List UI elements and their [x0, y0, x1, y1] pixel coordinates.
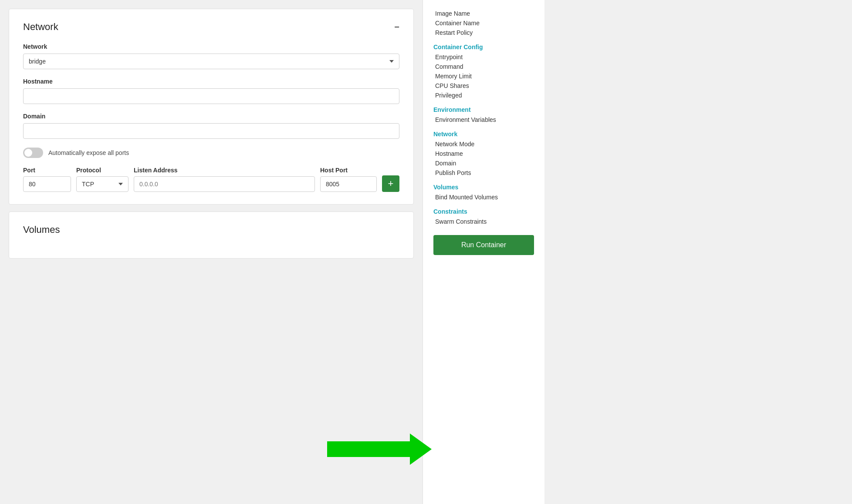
sidebar-item-publish-ports[interactable]: Publish Ports	[433, 168, 534, 178]
hostname-input[interactable]	[23, 88, 399, 104]
sidebar-section-container-config: Container Config	[433, 44, 534, 50]
port-input[interactable]	[23, 176, 71, 192]
expose-ports-label: Automatically expose all ports	[48, 149, 129, 156]
protocol-column: Protocol TCP UDP	[76, 167, 128, 192]
sidebar-section-environment: Environment	[433, 106, 534, 113]
main-content: Network − Network bridge host none Hostn…	[0, 0, 423, 504]
sidebar-section-volumes: Volumes	[433, 184, 534, 191]
sidebar-item-restart-policy[interactable]: Restart Policy	[433, 28, 534, 37]
sidebar-item-bind-mounted-volumes[interactable]: Bind Mounted Volumes	[433, 192, 534, 202]
host-port-label: Host Port	[320, 167, 377, 174]
sidebar-item-entrypoint[interactable]: Entrypoint	[433, 52, 534, 62]
domain-group: Domain	[23, 113, 399, 139]
volumes-section-card: Volumes	[9, 212, 414, 259]
network-collapse-button[interactable]: −	[394, 23, 399, 31]
sidebar: Image Name Container Name Restart Policy…	[423, 0, 544, 504]
sidebar-item-domain[interactable]: Domain	[433, 158, 534, 168]
listen-address-column: Listen Address	[134, 167, 315, 192]
protocol-select[interactable]: TCP UDP	[76, 176, 128, 192]
network-section-card: Network − Network bridge host none Hostn…	[9, 9, 414, 205]
listen-address-label: Listen Address	[134, 167, 315, 174]
sidebar-section-constraints: Constraints	[433, 208, 534, 215]
sidebar-item-hostname[interactable]: Hostname	[433, 149, 534, 158]
port-column: Port	[23, 167, 71, 192]
sidebar-section-network: Network	[433, 131, 534, 138]
run-container-button[interactable]: Run Container	[433, 235, 534, 255]
expose-ports-toggle-row: Automatically expose all ports	[23, 148, 399, 158]
port-row: Port Protocol TCP UDP Listen Address Hos…	[23, 167, 399, 192]
add-port-button[interactable]: +	[382, 175, 399, 192]
network-mode-label: Network	[23, 43, 399, 50]
toggle-slider	[23, 148, 43, 158]
page-wrapper: Network − Network bridge host none Hostn…	[0, 0, 852, 504]
sidebar-item-command[interactable]: Command	[433, 62, 534, 71]
sidebar-item-image-name[interactable]: Image Name	[433, 9, 534, 18]
network-section-title: Network	[23, 21, 58, 33]
port-label: Port	[23, 167, 71, 174]
sidebar-item-privileged[interactable]: Privileged	[433, 91, 534, 100]
sidebar-item-swarm-constraints[interactable]: Swarm Constraints	[433, 217, 534, 226]
sidebar-item-container-name[interactable]: Container Name	[433, 18, 534, 28]
hostname-label: Hostname	[23, 78, 399, 85]
expose-ports-toggle[interactable]	[23, 148, 43, 158]
domain-label: Domain	[23, 113, 399, 120]
volumes-section-title: Volumes	[23, 224, 60, 235]
host-port-input[interactable]	[320, 176, 377, 192]
listen-address-input[interactable]	[134, 176, 315, 192]
network-mode-group: Network bridge host none	[23, 43, 399, 69]
network-mode-select[interactable]: bridge host none	[23, 54, 399, 69]
volumes-section-header: Volumes	[23, 224, 399, 235]
sidebar-item-environment-variables[interactable]: Environment Variables	[433, 115, 534, 124]
domain-input[interactable]	[23, 123, 399, 139]
protocol-label: Protocol	[76, 167, 128, 174]
sidebar-item-network-mode[interactable]: Network Mode	[433, 139, 534, 149]
hostname-group: Hostname	[23, 78, 399, 104]
sidebar-item-memory-limit[interactable]: Memory Limit	[433, 71, 534, 81]
sidebar-item-cpu-shares[interactable]: CPU Shares	[433, 81, 534, 91]
network-section-header: Network −	[23, 21, 399, 33]
host-port-column: Host Port	[320, 167, 377, 192]
